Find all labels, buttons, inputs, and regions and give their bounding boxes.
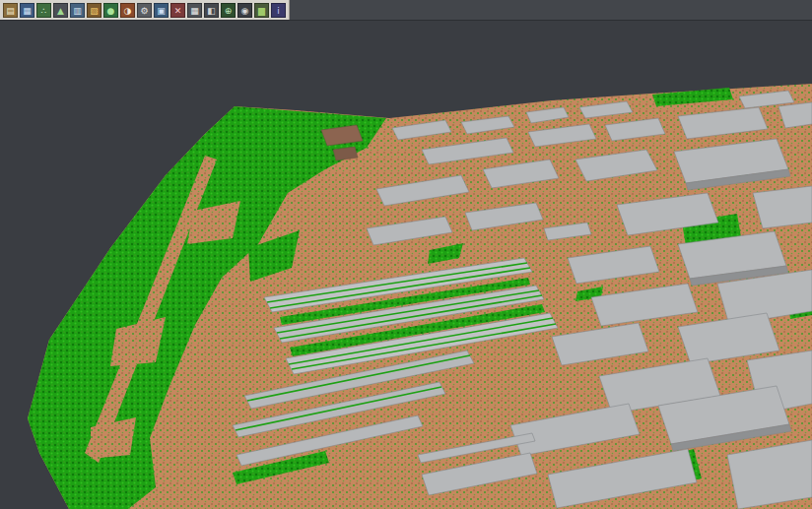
settings-icon[interactable]: ⚙ [137, 3, 152, 18]
crop-icon[interactable]: ▣ [154, 3, 169, 18]
grid-icon[interactable]: ▦ [187, 3, 202, 18]
info-icon[interactable]: i [271, 3, 286, 18]
cube-icon[interactable]: ◧ [204, 3, 219, 18]
app-window: ▤▦∴▲▥▧●◑⚙▣✕▦◧⊕◉▆i [0, 0, 812, 509]
topbar: ▤▦∴▲▥▧●◑⚙▣✕▦◧⊕◉▆i [0, 0, 812, 21]
globe-icon[interactable]: ⊕ [221, 3, 236, 18]
palette-icon[interactable]: ▧ [87, 3, 102, 18]
layers-icon[interactable]: ▥ [70, 3, 85, 18]
delete-icon[interactable]: ✕ [170, 3, 185, 18]
mesh-icon[interactable]: ▲ [53, 3, 68, 18]
contrast-icon[interactable]: ◑ [120, 3, 135, 18]
render-view[interactable] [0, 0, 812, 509]
save-icon[interactable]: ▦ [20, 3, 34, 18]
camera-icon[interactable]: ◉ [237, 3, 252, 18]
point-cloud-icon[interactable]: ∴ [36, 3, 51, 18]
toolbar: ▤▦∴▲▥▧●◑⚙▣✕▦◧⊕◉▆i [0, 0, 290, 20]
open-icon[interactable]: ▤ [3, 3, 18, 18]
histogram-icon[interactable]: ▆ [254, 3, 269, 18]
sphere-icon[interactable]: ● [103, 3, 118, 18]
